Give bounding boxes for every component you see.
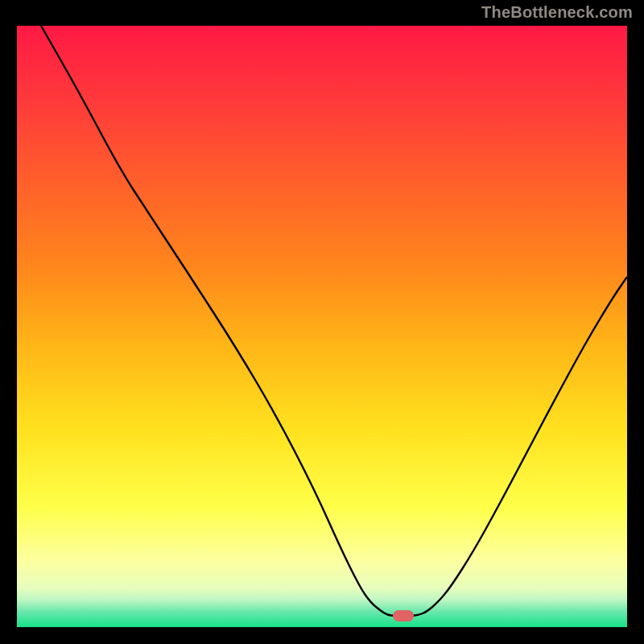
watermark-text: TheBottleneck.com <box>481 3 633 22</box>
chart-frame: TheBottleneck.com <box>0 0 644 644</box>
chart-background <box>17 26 627 627</box>
optimum-marker <box>393 610 414 621</box>
bottleneck-curve-chart <box>17 26 627 627</box>
